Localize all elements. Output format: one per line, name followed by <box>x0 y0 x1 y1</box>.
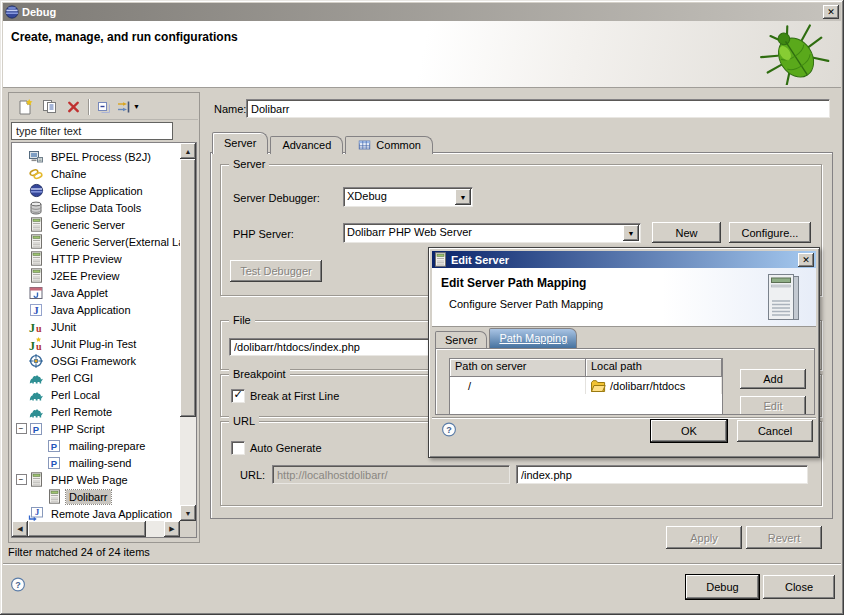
apply-button[interactable]: Apply <box>666 526 742 549</box>
tree-item-perl-local[interactable]: Perl Local <box>12 386 196 403</box>
filter-input[interactable] <box>11 122 173 140</box>
url-path-input[interactable] <box>516 465 808 484</box>
tree-item-generic-server-external-la[interactable]: Generic Server(External La <box>12 233 196 250</box>
applet-icon <box>28 285 44 301</box>
tree-item-java-applet[interactable]: Java Applet <box>12 284 196 301</box>
scroll-up-button[interactable]: ▲ <box>180 143 196 159</box>
window-titlebar[interactable]: Debug ✕ <box>3 3 841 21</box>
horizontal-scroll-thumb[interactable] <box>28 521 146 537</box>
name-input[interactable] <box>246 99 830 118</box>
edit-mapping-button[interactable]: Edit <box>740 396 806 415</box>
vertical-scroll-thumb[interactable] <box>180 159 196 417</box>
tree-item-mailing-prepare[interactable]: Pmailing-prepare <box>12 437 196 454</box>
tree-item-java-application[interactable]: JJava Application <box>12 301 196 318</box>
break-at-first-line-checkbox[interactable] <box>231 389 245 403</box>
server-debugger-dropdown-button[interactable]: ▼ <box>455 189 471 205</box>
collapse-all-button[interactable] <box>92 96 116 118</box>
php-server-combo[interactable]: Dolibarr PHP Web Server ▼ <box>343 223 641 243</box>
tree-item-bpel-process-b2j[interactable]: BPEL Process (B2J) <box>12 148 196 165</box>
scroll-down-button[interactable]: ▼ <box>180 505 196 521</box>
help-button[interactable]: ? <box>10 576 26 592</box>
tree-item-dolibarr[interactable]: Dolibarr <box>12 488 196 505</box>
column-header-path-on-server[interactable]: Path on server <box>450 359 586 377</box>
java-icon: J <box>28 302 44 318</box>
svg-text:u: u <box>36 340 42 351</box>
table-icon <box>357 138 372 152</box>
duplicate-configuration-button[interactable] <box>37 96 61 118</box>
edit-server-title: Edit Server <box>451 254 509 266</box>
scroll-left-button[interactable]: ◀ <box>12 521 28 537</box>
tab-common[interactable]: Common <box>345 136 433 154</box>
table-row[interactable]: //dolibarr/htdocs <box>450 377 722 394</box>
edit-server-close-button[interactable]: ✕ <box>798 253 814 267</box>
arrow-up-icon: ▲ <box>185 148 192 155</box>
chevron-down-icon: ▼ <box>460 194 467 201</box>
tab-advanced[interactable]: Advanced <box>270 136 343 154</box>
tree-item-junit-plug-in-test[interactable]: JuJUnit Plug-in Test <box>12 335 196 352</box>
configure-server-button[interactable]: Configure... <box>729 222 811 243</box>
tree-item-osgi-framework[interactable]: OSGi Framework <box>12 352 196 369</box>
svg-text:P: P <box>33 423 40 434</box>
tree-vertical-scrollbar[interactable]: ▲ ▼ <box>180 143 196 521</box>
tab-label: Server <box>445 334 477 346</box>
tree-item-label: HTTP Preview <box>48 252 125 266</box>
tree-item-php-script[interactable]: −PPHP Script <box>12 420 196 437</box>
tab-server[interactable]: Server <box>212 132 268 154</box>
new-server-button[interactable]: New <box>652 222 721 243</box>
dialog-tab-path-mapping[interactable]: Path Mapping <box>489 328 577 348</box>
path-mapping-table: Path on serverLocal path//dolibarr/htdoc… <box>449 358 723 415</box>
server-group-legend: Server <box>229 158 269 170</box>
edit-server-titlebar[interactable]: Edit Server ✕ <box>432 251 816 268</box>
server-icon <box>28 217 44 233</box>
dialog-tab-server[interactable]: Server <box>435 331 487 348</box>
folder-icon <box>590 379 606 393</box>
junit-icon: Ju <box>28 319 44 335</box>
tree-item-http-preview[interactable]: HTTP Preview <box>12 250 196 267</box>
tree-horizontal-scrollbar[interactable]: ◀ ▶ <box>12 521 180 537</box>
filter-button[interactable]: ▼ <box>116 96 140 118</box>
close-button[interactable]: Close <box>763 575 835 599</box>
revert-button[interactable]: Revert <box>746 526 822 549</box>
tree-item-cha-ne[interactable]: Chaîne <box>12 165 196 182</box>
php-server-label: PHP Server: <box>233 228 294 240</box>
tree-item-php-web-page[interactable]: −PHP Web Page <box>12 471 196 488</box>
path-mapping-content: Path on serverLocal path//dolibarr/htdoc… <box>435 348 815 415</box>
tree-item-label: Dolibarr <box>66 490 111 504</box>
window-close-button[interactable]: ✕ <box>823 5 839 19</box>
chain-icon <box>28 166 44 182</box>
tree-item-j2ee-preview[interactable]: J2EE Preview <box>12 267 196 284</box>
php-server-dropdown-button[interactable]: ▼ <box>623 225 639 241</box>
tree-item-remote-java-application[interactable]: JRemote Java Application <box>12 505 196 522</box>
name-label: Name: <box>214 103 246 115</box>
column-header-local-path[interactable]: Local path <box>586 359 722 377</box>
url-base-input[interactable] <box>272 465 510 484</box>
tree-item-eclipse-data-tools[interactable]: Eclipse Data Tools <box>12 199 196 216</box>
tree-item-perl-remote[interactable]: Perl Remote <box>12 403 196 420</box>
delete-configuration-button[interactable] <box>61 96 85 118</box>
auto-generate-checkbox[interactable] <box>231 441 245 455</box>
local-path-cell: /dolibarr/htdocs <box>586 377 722 394</box>
url-label: URL: <box>240 469 265 481</box>
new-configuration-button[interactable] <box>13 96 37 118</box>
tree-item-junit[interactable]: JuJUnit <box>12 318 196 335</box>
test-debugger-button[interactable]: Test Debugger <box>230 260 322 282</box>
cancel-button[interactable]: Cancel <box>737 420 813 442</box>
dialog-help-button[interactable]: ? <box>441 421 457 437</box>
tree-item-mailing-send[interactable]: Pmailing-send <box>12 454 196 471</box>
tree-toolbar: ▼ <box>10 94 198 120</box>
tree-item-perl-cgi[interactable]: Perl CGI <box>12 369 196 386</box>
add-mapping-button[interactable]: Add <box>740 369 806 389</box>
tree-item-label: PHP Web Page <box>48 473 131 487</box>
tree-item-eclipse-application[interactable]: Eclipse Application <box>12 182 196 199</box>
tree-item-label: JUnit Plug-in Test <box>48 337 139 351</box>
tree-item-label: JUnit <box>48 320 79 334</box>
debug-button[interactable]: Debug <box>686 575 759 599</box>
server-icon <box>28 251 44 267</box>
server-icon <box>28 268 44 284</box>
scroll-right-button[interactable]: ▶ <box>164 521 180 537</box>
tree-item-generic-server[interactable]: Generic Server <box>12 216 196 233</box>
tree-expander-icon[interactable]: − <box>16 423 27 434</box>
tree-expander-icon[interactable]: − <box>16 474 27 485</box>
server-debugger-combo[interactable]: XDebug ▼ <box>343 187 473 207</box>
ok-button[interactable]: OK <box>651 420 727 442</box>
